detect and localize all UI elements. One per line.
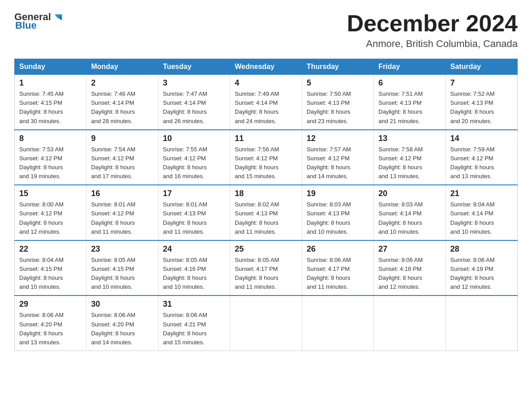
day-number: 27: [378, 244, 441, 254]
day-number: 3: [163, 78, 225, 88]
table-row: 15 Sunrise: 8:00 AMSunset: 4:12 PMDaylig…: [15, 185, 86, 240]
day-info: Sunrise: 7:58 AMSunset: 4:12 PMDaylight:…: [378, 146, 423, 180]
table-row: 31 Sunrise: 8:06 AMSunset: 4:21 PMDaylig…: [158, 295, 230, 351]
day-info: Sunrise: 8:04 AMSunset: 4:15 PMDaylight:…: [19, 257, 64, 290]
day-number: 1: [19, 78, 82, 88]
table-row: 25 Sunrise: 8:05 AMSunset: 4:17 PMDaylig…: [230, 240, 302, 296]
table-row: 14 Sunrise: 7:59 AMSunset: 4:12 PMDaylig…: [446, 130, 517, 185]
day-info: Sunrise: 8:06 AMSunset: 4:20 PMDaylight:…: [91, 312, 135, 345]
day-number: 29: [19, 300, 82, 309]
day-number: 6: [378, 78, 441, 88]
table-row: 7 Sunrise: 7:52 AMSunset: 4:13 PMDayligh…: [446, 75, 517, 130]
calendar-body: 1 Sunrise: 7:45 AMSunset: 4:15 PMDayligh…: [15, 75, 518, 351]
table-row: 23 Sunrise: 8:05 AMSunset: 4:15 PMDaylig…: [86, 240, 158, 296]
day-number: 23: [91, 244, 153, 254]
day-number: 20: [378, 189, 441, 198]
table-row: 27 Sunrise: 8:06 AMSunset: 4:18 PMDaylig…: [374, 240, 446, 296]
col-saturday: Saturday: [446, 59, 517, 75]
day-info: Sunrise: 8:01 AMSunset: 4:13 PMDaylight:…: [163, 201, 207, 235]
col-thursday: Thursday: [302, 59, 373, 75]
day-info: Sunrise: 8:06 AMSunset: 4:17 PMDaylight:…: [307, 257, 351, 290]
day-info: Sunrise: 7:54 AMSunset: 4:12 PMDaylight:…: [91, 146, 135, 180]
day-info: Sunrise: 7:56 AMSunset: 4:12 PMDaylight:…: [235, 146, 279, 180]
table-row: [302, 295, 373, 351]
day-info: Sunrise: 8:06 AMSunset: 4:20 PMDaylight:…: [19, 312, 64, 345]
day-info: Sunrise: 8:06 AMSunset: 4:19 PMDaylight:…: [450, 257, 495, 290]
day-info: Sunrise: 8:06 AMSunset: 4:18 PMDaylight:…: [378, 257, 423, 290]
day-number: 12: [307, 134, 369, 143]
day-number: 31: [163, 300, 225, 309]
logo: General Blue: [14, 11, 64, 31]
day-number: 30: [91, 300, 153, 309]
table-row: 19 Sunrise: 8:03 AMSunset: 4:13 PMDaylig…: [302, 185, 373, 240]
table-row: 13 Sunrise: 7:58 AMSunset: 4:12 PMDaylig…: [374, 130, 446, 185]
table-row: [230, 295, 302, 351]
table-row: 21 Sunrise: 8:04 AMSunset: 4:14 PMDaylig…: [446, 185, 517, 240]
calendar-table: Sunday Monday Tuesday Wednesday Thursday…: [14, 59, 518, 351]
table-row: 22 Sunrise: 8:04 AMSunset: 4:15 PMDaylig…: [15, 240, 86, 296]
table-row: 16 Sunrise: 8:01 AMSunset: 4:12 PMDaylig…: [86, 185, 158, 240]
day-number: 2: [91, 78, 153, 88]
col-tuesday: Tuesday: [158, 59, 230, 75]
day-info: Sunrise: 7:45 AMSunset: 4:15 PMDaylight:…: [19, 90, 64, 124]
table-row: 1 Sunrise: 7:45 AMSunset: 4:15 PMDayligh…: [15, 75, 86, 130]
col-monday: Monday: [86, 59, 158, 75]
day-number: 25: [235, 244, 297, 254]
day-info: Sunrise: 7:57 AMSunset: 4:12 PMDaylight:…: [307, 146, 351, 180]
day-number: 8: [19, 134, 82, 143]
day-number: 14: [450, 134, 513, 143]
day-info: Sunrise: 8:03 AMSunset: 4:13 PMDaylight:…: [307, 201, 351, 235]
table-row: 6 Sunrise: 7:51 AMSunset: 4:13 PMDayligh…: [374, 75, 446, 130]
table-row: 11 Sunrise: 7:56 AMSunset: 4:12 PMDaylig…: [230, 130, 302, 185]
table-row: 2 Sunrise: 7:46 AMSunset: 4:14 PMDayligh…: [86, 75, 158, 130]
calendar-header: Sunday Monday Tuesday Wednesday Thursday…: [15, 59, 518, 75]
day-number: 21: [450, 189, 513, 198]
table-row: 28 Sunrise: 8:06 AMSunset: 4:19 PMDaylig…: [446, 240, 517, 296]
day-number: 22: [19, 244, 82, 254]
table-row: 10 Sunrise: 7:55 AMSunset: 4:12 PMDaylig…: [158, 130, 230, 185]
day-number: 19: [307, 189, 369, 198]
month-title: December 2024: [347, 11, 518, 36]
day-number: 18: [235, 189, 297, 198]
day-number: 15: [19, 189, 82, 198]
day-info: Sunrise: 7:46 AMSunset: 4:14 PMDaylight:…: [91, 90, 135, 124]
title-block: December 2024 Anmore, British Columbia, …: [347, 11, 518, 50]
table-row: 30 Sunrise: 8:06 AMSunset: 4:20 PMDaylig…: [86, 295, 158, 351]
day-info: Sunrise: 8:05 AMSunset: 4:17 PMDaylight:…: [235, 257, 279, 290]
day-info: Sunrise: 7:51 AMSunset: 4:13 PMDaylight:…: [378, 90, 423, 124]
table-row: 26 Sunrise: 8:06 AMSunset: 4:17 PMDaylig…: [302, 240, 373, 296]
table-row: 9 Sunrise: 7:54 AMSunset: 4:12 PMDayligh…: [86, 130, 158, 185]
day-info: Sunrise: 8:05 AMSunset: 4:16 PMDaylight:…: [163, 257, 207, 290]
day-info: Sunrise: 8:06 AMSunset: 4:21 PMDaylight:…: [163, 312, 207, 345]
day-info: Sunrise: 7:47 AMSunset: 4:14 PMDaylight:…: [163, 90, 207, 124]
location-subtitle: Anmore, British Columbia, Canada: [347, 38, 518, 50]
day-number: 10: [163, 134, 225, 143]
page-header: General Blue December 2024 Anmore, Briti…: [14, 11, 518, 50]
day-number: 13: [378, 134, 441, 143]
day-info: Sunrise: 7:52 AMSunset: 4:13 PMDaylight:…: [450, 90, 495, 124]
day-number: 28: [450, 244, 513, 254]
table-row: [374, 295, 446, 351]
day-number: 11: [235, 134, 297, 143]
day-info: Sunrise: 8:01 AMSunset: 4:12 PMDaylight:…: [91, 201, 135, 235]
col-wednesday: Wednesday: [230, 59, 302, 75]
day-info: Sunrise: 8:02 AMSunset: 4:13 PMDaylight:…: [235, 201, 279, 235]
day-number: 9: [91, 134, 153, 143]
col-friday: Friday: [374, 59, 446, 75]
day-number: 4: [235, 78, 297, 88]
table-row: 12 Sunrise: 7:57 AMSunset: 4:12 PMDaylig…: [302, 130, 373, 185]
col-sunday: Sunday: [15, 59, 86, 75]
day-info: Sunrise: 7:50 AMSunset: 4:13 PMDaylight:…: [307, 90, 351, 124]
day-info: Sunrise: 7:59 AMSunset: 4:12 PMDaylight:…: [450, 146, 495, 180]
table-row: 18 Sunrise: 8:02 AMSunset: 4:13 PMDaylig…: [230, 185, 302, 240]
table-row: 4 Sunrise: 7:49 AMSunset: 4:14 PMDayligh…: [230, 75, 302, 130]
table-row: 20 Sunrise: 8:03 AMSunset: 4:14 PMDaylig…: [374, 185, 446, 240]
day-info: Sunrise: 8:05 AMSunset: 4:15 PMDaylight:…: [91, 257, 135, 290]
day-number: 16: [91, 189, 153, 198]
table-row: 29 Sunrise: 8:06 AMSunset: 4:20 PMDaylig…: [15, 295, 86, 351]
logo-blue: Blue: [15, 20, 37, 31]
table-row: 17 Sunrise: 8:01 AMSunset: 4:13 PMDaylig…: [158, 185, 230, 240]
day-info: Sunrise: 7:55 AMSunset: 4:12 PMDaylight:…: [163, 146, 207, 180]
table-row: [446, 295, 517, 351]
table-row: 8 Sunrise: 7:53 AMSunset: 4:12 PMDayligh…: [15, 130, 86, 185]
